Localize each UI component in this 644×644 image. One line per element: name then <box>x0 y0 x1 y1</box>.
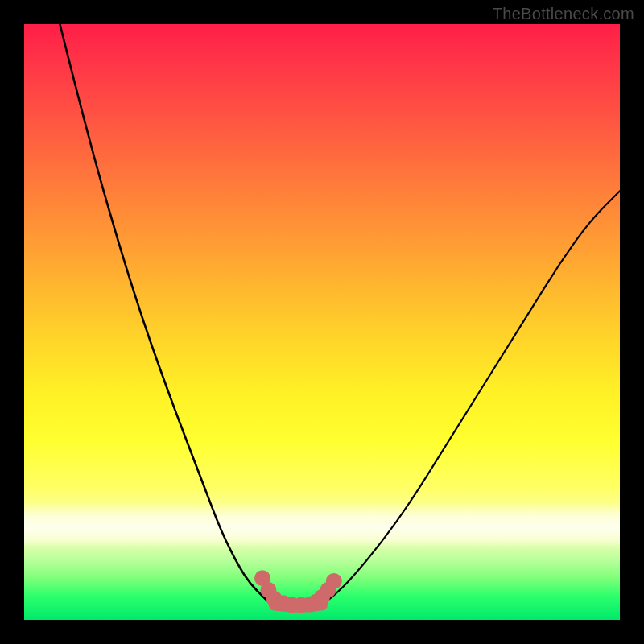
chart-frame: TheBottleneck.com <box>0 0 644 644</box>
watermark-text: TheBottleneck.com <box>493 5 634 23</box>
chart-gradient-background <box>24 24 620 620</box>
